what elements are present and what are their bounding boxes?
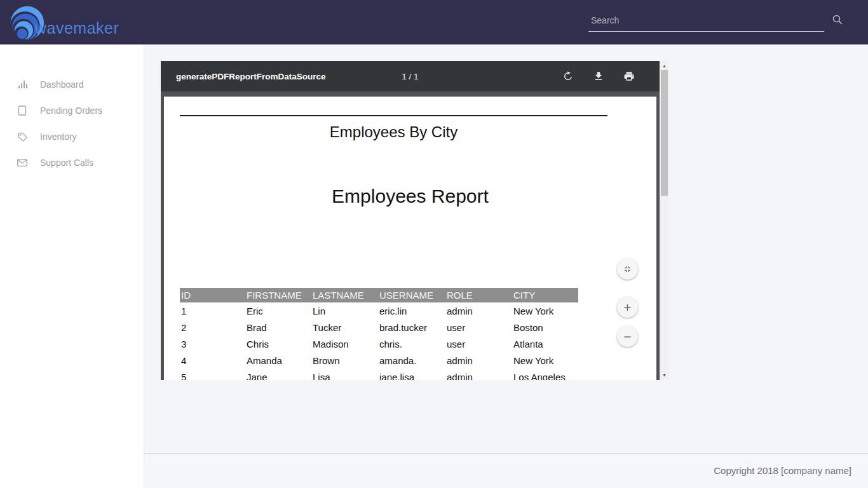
cell: chris. <box>378 336 445 352</box>
download-icon[interactable] <box>592 70 605 83</box>
table-row: 5 Jane Lisa jane.lisa admin Los Angeles <box>180 369 578 380</box>
cell: Atlanta <box>512 336 578 352</box>
cell: Lin <box>311 302 378 319</box>
cell: jane.lisa <box>378 369 445 380</box>
sidebar-item-pending-orders[interactable]: Pending Orders <box>0 97 144 123</box>
column-header: LASTNAME <box>311 288 378 302</box>
cell: Brad <box>245 319 311 336</box>
app-header: wavemaker <box>0 0 868 44</box>
sidebar-item-inventory[interactable]: Inventory <box>0 123 144 149</box>
cell: New York <box>512 352 578 369</box>
main-content: 1 / 1 generatePDFReportFromDataSource <box>144 44 868 488</box>
table-row: 2 Brad Tucker brad.tucker user Boston <box>180 319 578 336</box>
column-header: USERNAME <box>378 288 445 302</box>
pdf-canvas-area: Employees By City Employees Report ID FI… <box>161 92 660 380</box>
cell: user <box>445 319 512 336</box>
column-header: FIRSTNAME <box>245 288 311 302</box>
print-icon[interactable] <box>623 70 635 83</box>
pdf-toolbar: 1 / 1 generatePDFReportFromDataSource <box>161 61 660 92</box>
search-bar <box>588 11 845 32</box>
cell: Madison <box>311 336 378 352</box>
cell: amanda. <box>378 352 445 369</box>
brand-name: wavemaker <box>35 19 119 37</box>
sidebar-item-label: Inventory <box>40 132 77 142</box>
cell: admin <box>445 302 512 319</box>
cell: 3 <box>180 336 245 352</box>
sidebar-item-label: Pending Orders <box>40 105 102 116</box>
bar-chart-icon <box>17 79 27 90</box>
cell: 2 <box>180 319 245 336</box>
fit-to-page-icon <box>623 264 632 274</box>
zoom-in-button[interactable]: + <box>617 297 638 318</box>
cell: brad.tucker <box>378 319 445 336</box>
copyright-text: Copyright 2018 [company name] <box>714 465 851 476</box>
cell: Eric <box>245 302 311 319</box>
table-row: 4 Amanda Brown amanda. admin New York <box>180 352 578 369</box>
pdf-page: Employees By City Employees Report ID FI… <box>164 97 656 380</box>
sidebar-item-label: Dashboard <box>40 79 84 90</box>
table-row: 1 Eric Lin eric.lin admin New York <box>180 302 578 319</box>
cell: Brown <box>311 352 378 369</box>
rotate-icon[interactable] <box>562 70 574 83</box>
document-icon <box>17 105 27 116</box>
column-header: ID <box>180 288 245 302</box>
sidebar-item-support-calls[interactable]: Support Calls <box>0 149 144 175</box>
cell: admin <box>445 369 512 380</box>
cell: user <box>445 336 512 352</box>
employees-table: ID FIRSTNAME LASTNAME USERNAME ROLE CITY <box>180 288 578 380</box>
scrollbar-thumb[interactable] <box>661 70 668 196</box>
cell: 1 <box>180 302 245 319</box>
cell: 4 <box>180 352 245 369</box>
table-row: 3 Chris Madison chris. user Atlanta <box>180 336 578 352</box>
tag-icon <box>17 132 27 142</box>
sidebar-item-label: Support Calls <box>40 158 93 168</box>
viewer-scrollbar[interactable]: ▲ ▼ <box>660 61 669 380</box>
scroll-up-icon[interactable]: ▲ <box>660 61 669 71</box>
column-header: ROLE <box>445 288 512 302</box>
sidebar: Dashboard Pending Orders Inventory <box>0 44 144 488</box>
cell: Amanda <box>245 352 311 369</box>
cell: Boston <box>512 319 578 336</box>
pdf-viewer: 1 / 1 generatePDFReportFromDataSource <box>161 61 669 380</box>
search-icon[interactable] <box>832 14 843 25</box>
document-header-rule <box>180 115 607 116</box>
cell: eric.lin <box>378 302 445 319</box>
scroll-down-icon[interactable]: ▼ <box>660 370 669 380</box>
document-header-title: Employees By City <box>180 123 607 141</box>
cell: Tucker <box>311 319 378 336</box>
cell: Chris <box>245 336 311 352</box>
cell: admin <box>445 352 512 369</box>
fit-to-page-button[interactable] <box>617 259 638 280</box>
brand[interactable]: wavemaker <box>0 0 119 44</box>
table-header-row: ID FIRSTNAME LASTNAME USERNAME ROLE CITY <box>180 288 578 302</box>
cell: Lisa <box>311 369 378 380</box>
zoom-out-button[interactable]: − <box>617 326 638 347</box>
cell: Jane <box>245 369 311 380</box>
cell: Los Angeles <box>512 369 578 380</box>
column-header: CITY <box>512 288 578 302</box>
footer: Copyright 2018 [company name] <box>144 453 868 488</box>
sidebar-item-dashboard[interactable]: Dashboard <box>0 71 144 97</box>
cell: 5 <box>180 369 245 380</box>
search-input[interactable] <box>588 11 824 32</box>
envelope-icon <box>17 158 27 168</box>
report-title: Employees Report <box>164 186 656 207</box>
cell: New York <box>512 302 578 319</box>
